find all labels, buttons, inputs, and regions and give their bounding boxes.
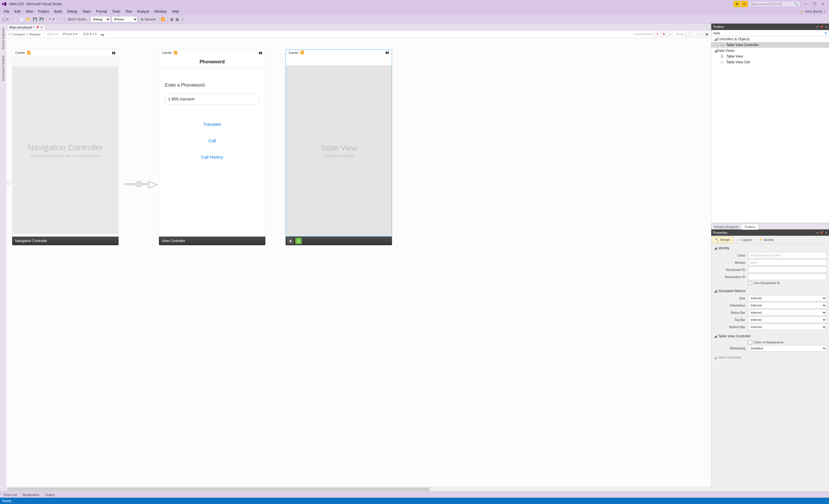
breakpoints-tab[interactable]: Breakpoints (20, 493, 42, 497)
menu-test[interactable]: Test (123, 9, 135, 14)
toolbox-item-table-view[interactable]: ☰ Table View (711, 53, 829, 59)
user-dropdown-icon[interactable]: ▾ (824, 9, 826, 13)
section-simulated-metrics[interactable]: ◢Simulated Metrics (714, 288, 827, 294)
panel-close-icon[interactable]: ✕ (825, 25, 827, 29)
zoom-out-button[interactable]: − (691, 32, 696, 37)
toolbox-tab[interactable]: Toolbox (741, 224, 758, 230)
zoom-fit-button[interactable]: ⛶ (685, 32, 690, 37)
undo-icon[interactable]: ↶ ▾ (47, 16, 55, 23)
section-view-controller[interactable]: ◢View Controller (714, 354, 827, 361)
section-identity[interactable]: ◢Identity (714, 245, 827, 251)
menu-team[interactable]: Team (80, 9, 93, 14)
canvas-horizontal-scrollbar[interactable] (6, 487, 711, 491)
segue-arrow[interactable] (124, 179, 153, 190)
feedback-smile-icon[interactable]: ☺ (741, 1, 748, 7)
device-selector[interactable]: iPhone 6 ▾ (61, 32, 79, 37)
toolbox-panel-header[interactable]: Toolbox ▾ 📌 ✕ (711, 24, 829, 30)
call-history-button[interactable]: Call History (159, 154, 265, 159)
toolbox-item-table-view-cell[interactable]: ▭ Table View Cell (711, 59, 829, 65)
toolbar-icon-1[interactable]: 📶 (160, 16, 167, 23)
menu-format[interactable]: Format (94, 9, 110, 14)
orientation-icon[interactable]: ▬ (101, 33, 104, 36)
menu-window[interactable]: Window (152, 9, 169, 14)
use-storyboard-id-checkbox[interactable] (748, 281, 752, 285)
user-name[interactable]: Amy Burns (805, 9, 822, 13)
toolbox-group-controllers[interactable]: ◢Controllers & Objects (711, 36, 829, 42)
panel-dropdown-icon[interactable]: ▾ (817, 231, 818, 234)
config-select[interactable]: Debug (91, 16, 111, 23)
menu-edit[interactable]: Edit (12, 9, 23, 14)
translate-button[interactable]: Translate (159, 122, 265, 127)
constraint-btn-2[interactable]: ✖ (661, 32, 666, 37)
window-restore-button[interactable]: ❐ (810, 1, 819, 7)
zoom-in-button[interactable]: + (698, 32, 703, 37)
properties-panel-header[interactable]: Properties ▾ 📌 ✕ (711, 229, 829, 236)
toolbox-group-data-views[interactable]: ◢Data Views (711, 48, 829, 53)
output-tab[interactable]: Output (42, 493, 58, 497)
menu-debug[interactable]: Debug (65, 9, 80, 14)
phoneword-input[interactable]: 1-855-Xamarin (165, 94, 259, 105)
storyboard-id-input[interactable] (748, 266, 827, 273)
properties-tab-widget[interactable]: 🔧Widget (712, 236, 733, 243)
clear-on-appearance-checkbox[interactable] (748, 340, 752, 344)
panel-close-icon[interactable]: ✕ (825, 231, 827, 234)
constraint-btn-3[interactable]: ▭ (668, 32, 673, 37)
solution-explorer-tab[interactable]: Solution Explorer (711, 224, 741, 229)
bottom-bar-select[interactable]: Inferred (748, 324, 827, 330)
scene-navigation-controller[interactable]: Carrier 📶 ▮▮ Navigation Controller Ctrl+… (12, 49, 118, 245)
zoom-actual-button[interactable]: ▦ (704, 32, 709, 37)
menu-analyze[interactable]: Analyze (135, 9, 152, 14)
menu-view[interactable]: View (23, 9, 36, 14)
server-explorer-tab[interactable]: Server Explorer (1, 25, 6, 52)
window-minimize-button[interactable]: — (801, 1, 810, 7)
scene-table-view-controller[interactable]: Carrier 📶 ▮▮ Table View Prototype Conten… (286, 49, 392, 245)
quick-launch-input[interactable]: Quick Launch (Ctrl+Q) 🔍 (748, 1, 800, 7)
os-selector[interactable]: iOS 9.2 ▾ (82, 32, 98, 37)
module-input[interactable] (748, 259, 827, 266)
nav-forward-button[interactable]: ◯ (10, 16, 16, 23)
size-select[interactable]: Inferred (748, 295, 827, 301)
batch-build-button[interactable]: Batch Build... (66, 16, 91, 23)
toolbox-item-table-view-controller[interactable]: ▭ Table View Controller (711, 42, 829, 48)
storyboard-canvas[interactable]: ▷ Carrier 📶 ▮▮ Navigation Controller Ctr… (6, 38, 711, 487)
clear-search-icon[interactable]: ✕ (824, 31, 827, 35)
save-icon[interactable]: 💾 (32, 16, 38, 23)
menu-tools[interactable]: Tools (110, 9, 123, 14)
error-list-tab[interactable]: Error List (1, 493, 20, 497)
canvas-nav-left-icon[interactable]: ▷ (7, 179, 12, 186)
toolbar-icon-4[interactable]: ▦ (180, 16, 185, 23)
redo-icon[interactable]: ↷ ▾ (56, 16, 63, 23)
first-responder-icon[interactable]: ◉ (287, 238, 294, 244)
constraint-btn-1[interactable]: ✦ (655, 32, 660, 37)
notifications-flag-icon[interactable]: ▾ (733, 1, 740, 7)
menu-help[interactable]: Help (169, 9, 182, 14)
window-close-button[interactable]: ✕ (819, 1, 827, 7)
panel-pin-icon[interactable]: 📌 (820, 25, 823, 29)
exit-icon[interactable]: ⎘ (295, 238, 302, 244)
toolbar-icon-2[interactable]: ▦ (169, 16, 174, 23)
save-all-icon[interactable]: 💾 (38, 16, 45, 23)
platform-select[interactable]: iPhone (112, 16, 138, 23)
nav-scene-footer[interactable]: Navigation Controller (12, 237, 118, 245)
panel-pin-icon[interactable]: 📌 (820, 231, 823, 234)
section-table-view-controller[interactable]: ◢Table View Controller (714, 333, 827, 339)
call-button[interactable]: Call (159, 138, 265, 143)
size-class-selector[interactable]: WCompact HRegular (8, 33, 41, 36)
open-file-icon[interactable]: 📂 (25, 16, 32, 23)
refreshing-select[interactable]: Disabled (748, 345, 827, 352)
menu-project[interactable]: Project (36, 9, 51, 14)
orientation-select[interactable]: Inferred (748, 302, 827, 309)
toolbar-icon-3[interactable]: ▦ (174, 16, 180, 23)
document-tab-main-storyboard[interactable]: Main.storyboard* 📌 ✕ (7, 24, 45, 30)
tableview-scene-footer[interactable]: ◉ ⎘ (286, 237, 392, 245)
restoration-id-input[interactable] (748, 274, 827, 280)
status-bar-select[interactable]: Inferred (748, 310, 827, 316)
viewcontroller-scene-footer[interactable]: View Controller (159, 237, 265, 245)
nav-back-button[interactable]: ◯ ▾ (1, 16, 10, 23)
toolbox-search-input[interactable]: table ✕ (711, 30, 829, 36)
start-debug-button[interactable]: ▶ Device ▾ (140, 16, 157, 23)
class-input[interactable] (748, 252, 827, 258)
document-outline-tab[interactable]: Document Outline (1, 53, 6, 83)
top-bar-select[interactable]: Inferred (748, 317, 827, 323)
menu-file[interactable]: File (1, 9, 12, 14)
